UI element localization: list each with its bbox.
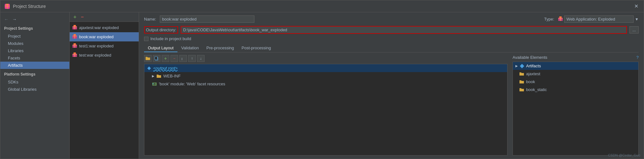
avail-item-book-static[interactable]: book_static bbox=[513, 86, 638, 94]
layout-up-button[interactable]: ↑ bbox=[188, 55, 196, 62]
artifacts-diamond-icon bbox=[520, 64, 524, 68]
main-content: ← → Project Settings Project Modules Lib… bbox=[0, 12, 644, 159]
tabs-row: Output Layout Validation Pre-processing … bbox=[144, 44, 639, 52]
project-structure-window: Project Structure ✕ ← → Project Settings… bbox=[0, 0, 644, 159]
sidebar-item-modules[interactable]: Modules bbox=[0, 40, 69, 47]
layout-left: + − ↕ ↑ ↓ bbox=[144, 55, 508, 156]
close-button[interactable]: ✕ bbox=[632, 3, 640, 10]
layout-sort-button[interactable]: ↕ bbox=[179, 55, 187, 62]
artifact-item-book[interactable]: book:war exploded bbox=[70, 32, 139, 41]
browse-button[interactable]: ... bbox=[629, 26, 639, 34]
remove-artifact-button[interactable]: − bbox=[79, 14, 85, 21]
nav-back-fwd: ← → bbox=[0, 15, 69, 25]
type-select-container: Web Application: Exploded Web Applicatio… bbox=[558, 15, 639, 23]
web-inf-label: WEB-INF bbox=[163, 74, 181, 78]
avail-folder-icon-book-static bbox=[519, 88, 524, 92]
sidebar-item-facets[interactable]: Facets bbox=[0, 54, 69, 62]
output-directory-label: Output directory: bbox=[144, 26, 178, 34]
project-settings-header: Project Settings bbox=[0, 25, 69, 33]
artifact-list: ajaxtest:war exploded book:war exploded … bbox=[70, 22, 139, 159]
available-panel: Available Elements ? ▶ Artifacts bbox=[513, 55, 639, 156]
available-elements-title: Available Elements bbox=[513, 55, 547, 60]
nav-back-button[interactable]: ← bbox=[3, 16, 10, 22]
avail-item-ajaxtest[interactable]: ajaxtest bbox=[513, 70, 638, 78]
avail-item-artifacts[interactable]: ▶ Artifacts bbox=[513, 62, 638, 70]
nav-fwd-button[interactable]: → bbox=[11, 16, 18, 22]
name-type-row: Name: Type: Web Application: Exploded We… bbox=[144, 15, 639, 23]
layout-down-button[interactable]: ↓ bbox=[197, 55, 205, 62]
svg-text:↕: ↕ bbox=[181, 57, 183, 61]
tab-validation[interactable]: Validation bbox=[177, 44, 203, 52]
platform-settings-header: Platform Settings bbox=[0, 69, 69, 78]
tree-item-web-inf[interactable]: ▶ WEB-INF bbox=[144, 72, 507, 80]
app-icon bbox=[4, 3, 10, 9]
window-title: Project Structure bbox=[13, 4, 46, 9]
artifact-item-test1[interactable]: test1:war exploded bbox=[70, 41, 139, 51]
tab-post-processing[interactable]: Post-processing bbox=[238, 44, 275, 52]
output-directory-input[interactable] bbox=[181, 26, 627, 34]
sidebar-item-global-libraries[interactable]: Global Libraries bbox=[0, 86, 69, 93]
include-in-build-checkbox[interactable] bbox=[144, 37, 148, 41]
avail-item-book[interactable]: book bbox=[513, 78, 638, 86]
dropdown-arrow-icon: ▼ bbox=[635, 17, 639, 21]
output-root-label: <output root> bbox=[153, 66, 177, 70]
sidebar-item-artifacts[interactable]: Artifacts bbox=[0, 62, 69, 69]
sidebar-item-project[interactable]: Project bbox=[0, 33, 69, 40]
artifact-gift-icon-book bbox=[72, 34, 77, 40]
folder-icon bbox=[156, 74, 161, 78]
svg-rect-3 bbox=[5, 6, 10, 6]
title-bar-left: Project Structure bbox=[4, 3, 46, 9]
type-label: Type: bbox=[544, 17, 554, 21]
avail-ajaxtest-label: ajaxtest bbox=[526, 71, 540, 76]
type-select[interactable]: Web Application: Exploded Web Applicatio… bbox=[564, 15, 634, 23]
add-artifact-button[interactable]: + bbox=[72, 14, 78, 21]
artifact-item-ajaxtest[interactable]: ajaxtest:war exploded bbox=[70, 23, 139, 32]
artifact-panel: + − ajaxtest:war exploded book:war explo… bbox=[70, 12, 139, 159]
avail-folder-icon-ajaxtest bbox=[519, 72, 524, 76]
output-directory-row: Output directory: ... bbox=[144, 26, 639, 34]
artifact-label-book: book:war exploded bbox=[79, 34, 113, 39]
layout-toolbar: + − ↕ ↑ ↓ bbox=[144, 55, 508, 62]
name-input[interactable] bbox=[160, 15, 254, 23]
include-in-build-label: Include in project build bbox=[150, 36, 191, 41]
diamond-icon bbox=[147, 66, 151, 70]
sidebar: ← → Project Settings Project Modules Lib… bbox=[0, 12, 70, 159]
available-header: Available Elements ? bbox=[513, 55, 639, 60]
svg-rect-32 bbox=[153, 83, 154, 84]
avail-artifacts-label: Artifacts bbox=[526, 64, 541, 68]
layout-folder-icon[interactable] bbox=[144, 55, 152, 62]
avail-book-static-label: book_static bbox=[526, 87, 547, 92]
book-module-label: 'book' module: 'Web' facet resources bbox=[159, 82, 225, 86]
svg-rect-25 bbox=[155, 57, 157, 60]
right-panel: Name: Type: Web Application: Exploded We… bbox=[139, 12, 644, 159]
include-in-build-row: Include in project build bbox=[144, 36, 639, 41]
output-layout-area: + − ↕ ↑ ↓ bbox=[144, 55, 639, 156]
name-label: Name: bbox=[144, 17, 156, 21]
tab-output-layout[interactable]: Output Layout bbox=[144, 44, 177, 52]
tree-item-output-root[interactable]: <output root> bbox=[144, 64, 507, 72]
web-inf-arrow: ▶ bbox=[152, 74, 154, 78]
watermark: CSDN @Cedar_Guo bbox=[608, 153, 640, 157]
layout-add-button[interactable]: + bbox=[162, 55, 169, 62]
artifact-label: ajaxtest:war exploded bbox=[79, 25, 119, 30]
sidebar-item-libraries[interactable]: Libraries bbox=[0, 47, 69, 54]
artifact-item-test[interactable]: test:war exploded bbox=[70, 51, 139, 60]
avail-book-label: book bbox=[526, 79, 535, 84]
avail-folder-icon-book bbox=[519, 80, 524, 84]
artifact-label-test: test:war exploded bbox=[79, 53, 111, 58]
sidebar-item-sdks[interactable]: SDKs bbox=[0, 78, 69, 86]
artifact-gift-icon-test bbox=[72, 52, 77, 58]
artifact-gift-icon-test1 bbox=[72, 43, 77, 49]
artifacts-arrow: ▶ bbox=[515, 64, 518, 68]
artifact-label-test1: test1:war exploded bbox=[79, 44, 113, 48]
artifact-toolbar: + − bbox=[70, 12, 139, 22]
layout-copy-icon[interactable] bbox=[153, 55, 160, 62]
svg-rect-33 bbox=[520, 64, 524, 68]
layout-tree: <output root> ▶ WEB-INF bbox=[144, 64, 508, 156]
tree-item-book-module[interactable]: 'book' module: 'Web' facet resources bbox=[144, 80, 507, 88]
svg-point-31 bbox=[154, 83, 155, 84]
available-help-button[interactable]: ? bbox=[636, 55, 639, 60]
layout-remove-button[interactable]: − bbox=[171, 55, 178, 62]
tab-pre-processing[interactable]: Pre-processing bbox=[203, 44, 238, 52]
available-tree: ▶ Artifacts ajaxtest bbox=[513, 62, 639, 156]
